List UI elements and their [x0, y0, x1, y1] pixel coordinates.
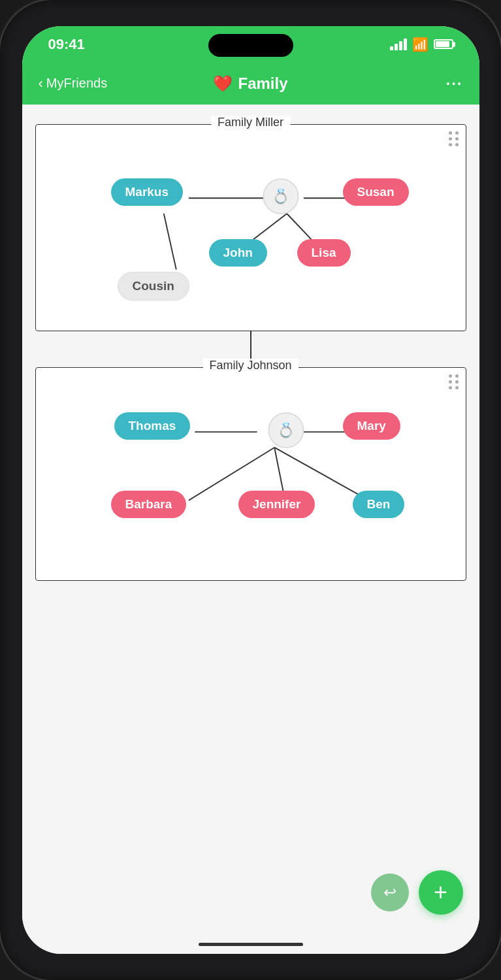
susan-pill[interactable]: Susan [343, 178, 409, 206]
back-arrow-icon: ‹ [39, 75, 43, 92]
johnson-graph: 💍 Thomas Mary Barbara [46, 381, 456, 564]
title-emoji: ❤️ [213, 74, 233, 93]
dynamic-island [208, 34, 293, 57]
home-bar [22, 934, 479, 954]
john-label: John [223, 246, 253, 260]
add-button[interactable]: + [419, 870, 463, 915]
cousin-pill[interactable]: Cousin [118, 272, 189, 301]
wifi-icon: 📶 [412, 37, 428, 52]
svg-line-4 [163, 214, 176, 270]
more-button[interactable]: ··· [445, 74, 462, 93]
barbara-label: Barbara [125, 497, 172, 512]
back-button[interactable]: ‹ MyFriends [39, 75, 108, 92]
jennifer-label: Jennifer [253, 497, 301, 512]
home-indicator [199, 943, 303, 946]
johnson-lines [46, 381, 456, 564]
johnson-ring-node[interactable]: 💍 [268, 412, 304, 448]
miller-graph: 💍 Markus Susan John [46, 138, 456, 314]
mary-label: Mary [357, 419, 386, 433]
lisa-label: Lisa [312, 246, 336, 260]
status-bar: 09:41 📶 [22, 26, 479, 62]
barbara-pill[interactable]: Barbara [111, 491, 187, 518]
main-content: Family Miller [22, 105, 479, 934]
signal-icon [390, 39, 407, 50]
thomas-label: Thomas [129, 419, 176, 433]
jennifer-pill[interactable]: Jennifer [238, 491, 315, 518]
nav-bar: ‹ MyFriends ❤️ Family ··· [22, 62, 479, 105]
johnson-family-label: Family Johnson [202, 359, 298, 372]
ben-pill[interactable]: Ben [353, 491, 405, 518]
susan-label: Susan [357, 185, 395, 199]
ben-label: Ben [367, 497, 391, 512]
undo-button[interactable]: ↩ [371, 874, 409, 911]
cousin-label: Cousin [133, 279, 174, 293]
miller-family-label: Family Miller [211, 116, 290, 129]
title-text: Family [238, 74, 287, 93]
markus-label: Markus [125, 185, 169, 199]
johnson-family-box: Family Johnson [35, 367, 466, 581]
undo-icon: ↩ [383, 883, 396, 902]
status-icons: 📶 [390, 37, 453, 52]
miller-family-box: Family Miller [35, 124, 466, 331]
add-icon: + [434, 879, 447, 906]
bottom-buttons: ↩ + [371, 870, 463, 915]
john-pill[interactable]: John [209, 239, 267, 267]
miller-ring-node[interactable]: 💍 [263, 178, 299, 214]
lisa-pill[interactable]: Lisa [297, 239, 351, 267]
battery-icon [434, 39, 453, 49]
markus-pill[interactable]: Markus [111, 178, 184, 206]
nav-title: ❤️ Family [213, 74, 287, 93]
back-label: MyFriends [46, 76, 107, 91]
thomas-pill[interactable]: Thomas [114, 412, 191, 440]
phone-screen: 09:41 📶 ‹ MyFriends ❤️ [22, 26, 479, 954]
phone-frame: 09:41 📶 ‹ MyFriends ❤️ [0, 0, 501, 980]
miller-lines [46, 138, 456, 314]
mary-pill[interactable]: Mary [343, 412, 400, 440]
status-time: 09:41 [48, 36, 85, 53]
